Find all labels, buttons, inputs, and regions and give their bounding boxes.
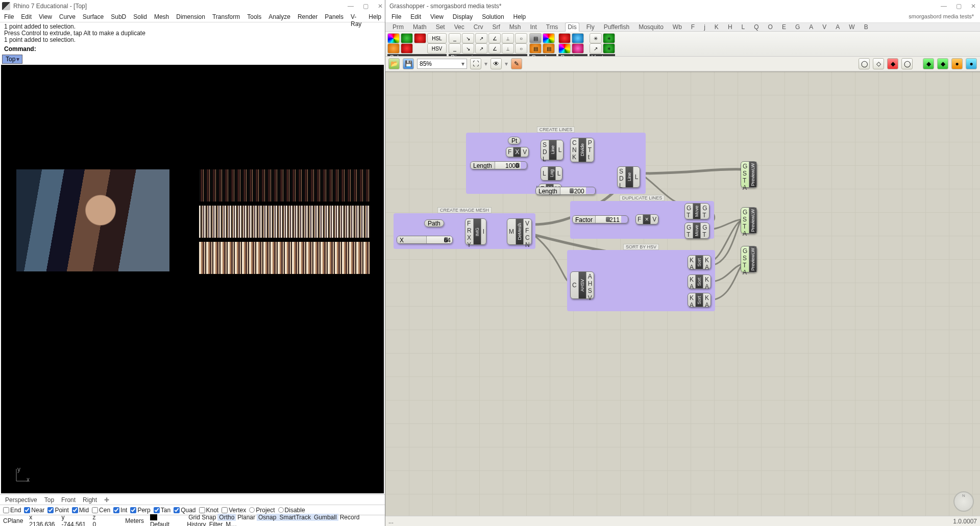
tab-k[interactable]: K	[713, 23, 721, 31]
view-tab-right[interactable]: Right	[83, 496, 97, 503]
status-toggle-smarttrack[interactable]: SmartTrack	[278, 514, 312, 521]
tab-crv[interactable]: Crv	[472, 23, 485, 31]
doc-label[interactable]: smorgasbord media tests*	[909, 13, 974, 21]
osnap-knot[interactable]: Knot	[199, 507, 219, 514]
tab-j[interactable]: j	[702, 23, 707, 31]
status-toggle-osnap[interactable]: Osnap	[257, 514, 278, 521]
canvas-compass-icon[interactable]: N	[953, 491, 974, 512]
menu-view[interactable]: View	[39, 13, 52, 21]
osnap-near[interactable]: Near	[24, 507, 44, 514]
param-path[interactable]: Path	[424, 219, 444, 227]
colour-btn[interactable]	[387, 43, 400, 54]
tab-math[interactable]: Math	[411, 23, 429, 31]
preview-btn[interactable]	[572, 43, 584, 54]
status-toggle-filter[interactable]: Filter	[208, 521, 225, 527]
menu-display[interactable]: Display	[453, 13, 473, 21]
menu-view[interactable]: View	[430, 13, 444, 21]
colour-btn[interactable]	[414, 33, 426, 43]
tab-w[interactable]: W	[847, 23, 856, 31]
toolbar-btn[interactable]: ◯	[901, 58, 913, 69]
graph-btn[interactable]	[543, 33, 555, 43]
menu-edit[interactable]: Edit	[410, 13, 421, 21]
menu-surface[interactable]: Surface	[83, 13, 104, 21]
dim-btn[interactable]: ∠	[488, 33, 501, 43]
menu-file[interactable]: File	[391, 13, 401, 21]
tab-srf[interactable]: Srf	[490, 23, 502, 31]
vector-btn[interactable]: ✳	[590, 33, 602, 43]
minimize-button[interactable]: —	[941, 3, 947, 10]
tab-f[interactable]: F	[689, 23, 697, 31]
tab-e[interactable]: E	[780, 23, 788, 31]
tab-vec[interactable]: Vec	[452, 23, 467, 31]
colour-btn[interactable]	[401, 43, 413, 54]
tab-trns[interactable]: Trns	[544, 23, 560, 31]
param-pt[interactable]: Pt	[508, 137, 521, 144]
menu-edit[interactable]: Edit	[21, 13, 32, 21]
component-sort-3[interactable]: KASortKA	[688, 293, 711, 307]
zoom-select[interactable]: 85%▾	[417, 59, 467, 69]
graph-btn[interactable]: ▤	[529, 43, 542, 54]
open-button[interactable]: 📂	[388, 58, 400, 69]
preview-btn[interactable]	[572, 33, 584, 43]
slider-length-2[interactable]: Length200	[535, 187, 596, 195]
dim-btn[interactable]: ↗	[475, 33, 487, 43]
tab-l[interactable]: L	[740, 23, 747, 31]
view-tab-front[interactable]: Front	[61, 496, 76, 503]
viewport-label[interactable]: Top▾	[2, 55, 22, 64]
status-toggle-m-[interactable]: M…	[224, 521, 238, 527]
vector-btn[interactable]: ✳	[603, 43, 615, 54]
toolbar-btn[interactable]: ●	[951, 58, 963, 69]
menu-analyze[interactable]: Analyze	[268, 13, 290, 21]
command-line[interactable]: Command:	[0, 44, 385, 54]
component-move-1[interactable]: GTMoveGT	[684, 203, 709, 219]
toolbar-btn[interactable]: ◇	[873, 58, 884, 69]
component-sort-2[interactable]: KASortKA	[688, 274, 711, 289]
close-button[interactable]: ✕	[971, 3, 976, 10]
maximize-button[interactable]: ▢	[956, 3, 962, 10]
dim-btn[interactable]: ⎯	[449, 33, 461, 43]
status-toggle-ortho[interactable]: Ortho	[217, 514, 236, 521]
tab-g[interactable]: G	[793, 23, 802, 31]
slider-factor[interactable]: Factor211	[572, 215, 628, 223]
save-button[interactable]: 💾	[403, 58, 414, 69]
toolbar-btn[interactable]: ◆	[923, 58, 934, 69]
hsv-button[interactable]: HSV	[427, 43, 447, 54]
component-line-1[interactable]: SDLLineL	[541, 140, 564, 160]
colour-btn[interactable]	[401, 33, 413, 43]
add-view-tab[interactable]: ✚	[104, 496, 109, 503]
menu-v-ray[interactable]: V-Ray	[351, 13, 361, 21]
component-preview-1[interactable]: GSTAPreviewLW	[741, 161, 757, 188]
dim-btn[interactable]: ↘	[462, 33, 474, 43]
colour-wheel-icon[interactable]	[387, 33, 400, 43]
tab-pufferfish[interactable]: Pufferfish	[602, 23, 631, 31]
tab-a[interactable]: A	[834, 23, 842, 31]
hsl-button[interactable]: HSL	[427, 33, 447, 43]
component-demesh[interactable]: MDeMeshVFCN	[507, 218, 532, 245]
osnap-mid[interactable]: Mid	[72, 507, 89, 514]
menu-help[interactable]: Help	[513, 13, 526, 21]
maximize-button[interactable]: ▢	[363, 3, 369, 10]
tab-a[interactable]: A	[807, 23, 815, 31]
osnap-point[interactable]: Point	[47, 507, 68, 514]
toolbar-btn[interactable]: ◯	[859, 58, 870, 69]
zoom-extents-button[interactable]: ⛶	[470, 58, 481, 69]
preview-btn[interactable]	[558, 43, 571, 54]
vector-btn[interactable]: ✳	[603, 33, 615, 43]
menu-curve[interactable]: Curve	[59, 13, 76, 21]
tab-o[interactable]: O	[766, 23, 775, 31]
preview-toggle[interactable]: 👁	[491, 58, 502, 69]
component-preview-3[interactable]: GSTAPreviewLW	[741, 246, 757, 272]
dim-btn[interactable]: ○	[515, 33, 527, 43]
status-layer[interactable]: Default	[150, 514, 175, 527]
menu-tools[interactable]: Tools	[247, 13, 261, 21]
toolbar-btn[interactable]: ◆	[887, 58, 898, 69]
component-ahsv[interactable]: CAHSVAHSV	[570, 271, 594, 299]
component-divide[interactable]: CNKDividePTt	[570, 138, 594, 162]
tab-v[interactable]: V	[820, 23, 828, 31]
osnap-int[interactable]: Int	[113, 507, 127, 514]
osnap-quad[interactable]: Quad	[174, 507, 195, 514]
dim-btn[interactable]: ∠	[488, 43, 501, 54]
slider-xsamples[interactable]: X Samples64	[397, 236, 453, 244]
graph-btn[interactable]: ▤	[543, 43, 555, 54]
menu-solution[interactable]: Solution	[482, 13, 504, 21]
